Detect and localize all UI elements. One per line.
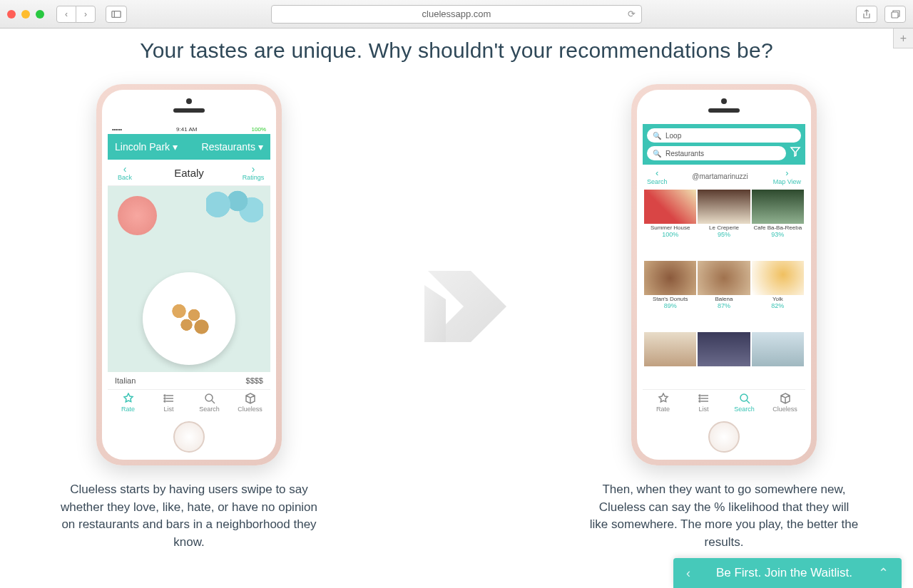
waitlist-banner[interactable]: ‹ Be First. Join the Waitlist. ⌃ (673, 558, 902, 588)
browser-toolbar: ‹ › cluelessapp.com ⟳ (0, 0, 913, 29)
phone-speaker (173, 108, 205, 113)
result-cell[interactable] (698, 332, 750, 388)
result-cell[interactable]: Stan's Donuts89% (644, 261, 696, 331)
star-icon (657, 393, 670, 404)
app-header: Lincoln Park ▾ Restaurants ▾ (108, 134, 270, 160)
svg-point-16 (699, 401, 700, 402)
cube-icon (779, 393, 792, 404)
search-icon: 🔍 (653, 132, 661, 140)
tab-list[interactable]: List (148, 390, 189, 416)
ratings-nav[interactable]: ›Ratings (242, 164, 265, 181)
result-cell[interactable] (752, 332, 804, 388)
left-column: ••••• 9:41 AM 100% Lincoln Park ▾ Restau… (39, 84, 339, 552)
photo-plate (143, 272, 235, 365)
minimize-window-button[interactable] (21, 10, 30, 19)
chevron-up-icon: ⌃ (878, 565, 889, 581)
svg-point-14 (699, 395, 700, 396)
arrow-graphic (385, 228, 528, 371)
result-cell[interactable]: Summer House100% (644, 190, 696, 259)
svg-point-15 (699, 398, 700, 399)
tab-clueless[interactable]: Clueless (230, 390, 270, 416)
phone-mock-search: 🔍Loop 🔍Restaurants ‹Search @martamarinuz… (631, 84, 817, 465)
svg-line-18 (747, 401, 750, 403)
phone-camera (721, 98, 727, 104)
status-bar: ••••• 9:41 AM 100% (108, 124, 270, 134)
reload-icon[interactable]: ⟳ (628, 9, 636, 19)
search-location-input[interactable]: 🔍Loop (647, 128, 801, 143)
phone-mock-rate: ••••• 9:41 AM 100% Lincoln Park ▾ Restau… (96, 84, 282, 465)
result-cell[interactable]: Balena87% (698, 261, 750, 331)
tab-rate[interactable]: Rate (643, 390, 683, 416)
right-column: 🔍Loop 🔍Restaurants ‹Search @martamarinuz… (574, 84, 874, 552)
svg-point-9 (205, 394, 213, 401)
tab-clueless[interactable]: Clueless (765, 390, 805, 416)
svg-point-6 (164, 395, 165, 396)
result-cell[interactable]: Yolk82% (752, 261, 804, 331)
filter-icon[interactable] (790, 146, 801, 160)
svg-rect-2 (892, 12, 898, 18)
result-cell[interactable]: Cafe Ba-Ba-Reeba93% (752, 190, 804, 259)
window-controls (7, 10, 44, 19)
tab-bar: Rate List Search Clueless (643, 389, 805, 416)
place-header: ‹Back Eataly ›Ratings (108, 160, 270, 186)
left-caption: Clueless starts by having users swipe to… (53, 481, 325, 552)
chevron-left-icon: ‹ (686, 566, 690, 581)
results-subheader: ‹Search @martamarinuzzi ›Map View (643, 165, 805, 188)
results-grid: Summer House100% Le Creperie95% Cafe Ba-… (643, 188, 805, 389)
tab-rate[interactable]: Rate (108, 390, 148, 416)
forward-button[interactable]: › (76, 6, 96, 23)
price-label: $$$$ (246, 376, 263, 385)
search-icon: 🔍 (653, 150, 661, 158)
place-photo[interactable] (108, 186, 270, 372)
search-icon (203, 393, 216, 404)
place-meta: Italian $$$$ (108, 372, 270, 389)
place-title: Eataly (174, 167, 204, 179)
search-icon (738, 393, 751, 404)
svg-rect-0 (112, 11, 121, 17)
back-nav[interactable]: ‹Back (113, 164, 136, 181)
app-screen-search: 🔍Loop 🔍Restaurants ‹Search @martamarinuz… (643, 124, 805, 416)
cuisine-label: Italian (115, 376, 136, 385)
share-button[interactable] (856, 6, 877, 23)
phone-camera (186, 98, 192, 104)
url-text: cluelessapp.com (422, 9, 491, 19)
sidebar-toggle[interactable] (106, 6, 127, 23)
search-header: 🔍Loop 🔍Restaurants (643, 124, 805, 165)
phone-speaker (708, 108, 740, 113)
svg-point-8 (164, 401, 165, 402)
nav-buttons: ‹ › (57, 6, 96, 23)
mapview-nav[interactable]: ›Map View (773, 167, 801, 185)
right-caption: Then, when they want to go somewhere new… (588, 481, 860, 552)
home-button (708, 421, 740, 453)
result-cell[interactable]: Le Creperie95% (698, 190, 750, 259)
waitlist-label: Be First. Join the Waitlist. (716, 566, 852, 580)
list-icon (163, 393, 175, 404)
tab-list[interactable]: List (683, 390, 724, 416)
app-screen-rate: ••••• 9:41 AM 100% Lincoln Park ▾ Restau… (108, 124, 270, 416)
back-button[interactable]: ‹ (56, 6, 76, 23)
tab-search[interactable]: Search (189, 390, 230, 416)
location-dropdown[interactable]: Lincoln Park ▾ (115, 141, 178, 153)
search-nav[interactable]: ‹Search (647, 167, 668, 185)
svg-line-10 (212, 401, 215, 403)
tabs-button[interactable] (884, 6, 906, 23)
fullscreen-window-button[interactable] (36, 10, 44, 19)
page-content: Your tastes are unique. Why shouldn't yo… (0, 29, 913, 588)
tab-bar: Rate List Search Clueless (108, 389, 270, 416)
list-icon (698, 393, 710, 404)
user-handle: @martamarinuzzi (692, 172, 748, 180)
headline: Your tastes are unique. Why shouldn't yo… (0, 29, 913, 63)
address-bar[interactable]: cluelessapp.com ⟳ (271, 5, 642, 24)
home-button (173, 421, 205, 453)
tab-search[interactable]: Search (724, 390, 765, 416)
photo-decor (206, 190, 263, 226)
result-cell[interactable] (644, 332, 696, 388)
cube-icon (244, 393, 257, 404)
svg-point-7 (164, 398, 165, 399)
search-category-input[interactable]: 🔍Restaurants (647, 146, 786, 160)
close-window-button[interactable] (7, 10, 16, 19)
category-dropdown[interactable]: Restaurants ▾ (202, 141, 263, 153)
svg-point-17 (740, 394, 748, 401)
photo-drink (118, 196, 157, 235)
star-icon (122, 393, 135, 404)
